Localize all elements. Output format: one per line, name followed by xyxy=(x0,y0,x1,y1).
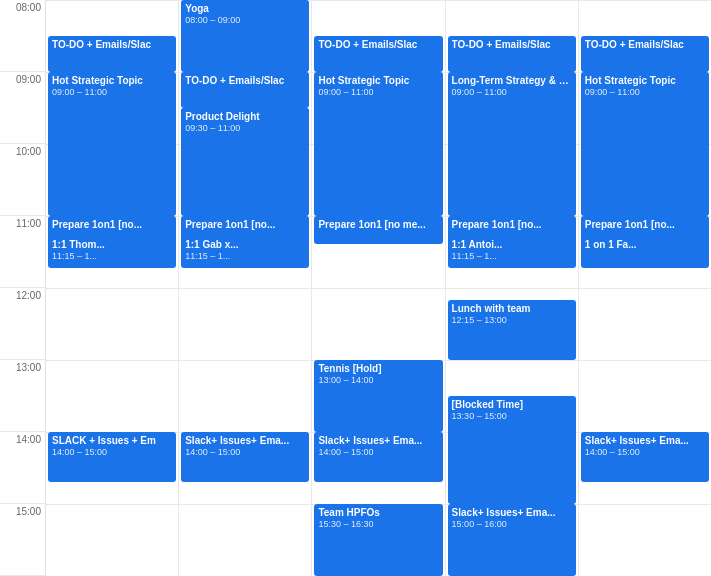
event-title: Product Delight xyxy=(185,110,305,123)
event-0-4[interactable]: SLACK + Issues + Em14:00 – 15:00 xyxy=(48,432,176,482)
event-3-6[interactable]: Slack+ Issues+ Ema...15:00 – 16:00 xyxy=(448,504,576,576)
time-11: 11:00 xyxy=(0,216,45,288)
event-title: Slack+ Issues+ Ema... xyxy=(185,434,305,447)
event-title: Prepare 1on1 [no me... xyxy=(318,218,438,231)
time-12: 12:00 xyxy=(0,288,45,360)
event-time: 09:00 – 11:00 xyxy=(52,87,172,99)
event-title: SLACK + Issues + Em xyxy=(52,434,172,447)
event-time: 13:30 – 15:00 xyxy=(452,411,572,423)
event-3-4[interactable]: Lunch with team12:15 – 13:00 xyxy=(448,300,576,360)
event-time: 09:00 – 11:00 xyxy=(585,87,705,99)
event-title: Prepare 1on1 [no... xyxy=(585,218,705,231)
event-time: 12:15 – 13:00 xyxy=(452,315,572,327)
event-4-4[interactable]: Slack+ Issues+ Ema...14:00 – 15:00 xyxy=(581,432,709,482)
calendar-grid: 08:00 09:00 10:00 11:00 12:00 13:00 14:0… xyxy=(0,0,711,576)
event-2-2[interactable]: Prepare 1on1 [no me... xyxy=(314,216,442,244)
event-1-1[interactable]: TO-DO + Emails/Slac xyxy=(181,72,309,108)
event-title: 1 on 1 Fa... xyxy=(585,238,705,251)
event-time: 14:00 – 15:00 xyxy=(185,447,305,459)
time-08: 08:00 xyxy=(0,0,45,72)
event-title: TO-DO + Emails/Slac xyxy=(185,74,305,87)
event-title: Team HPFOs xyxy=(318,506,438,519)
event-4-1[interactable]: Hot Strategic Topic09:00 – 11:00 xyxy=(581,72,709,216)
day-col-3: TO-DO + Emails/SlacLong-Term Strategy & … xyxy=(446,0,579,576)
event-1-0[interactable]: Yoga08:00 – 09:00 xyxy=(181,0,309,72)
event-2-5[interactable]: Team HPFOs15:30 – 16:30 xyxy=(314,504,442,576)
time-13: 13:00 xyxy=(0,360,45,432)
event-3-3[interactable]: 1:1 Antoi...11:15 – 1... xyxy=(448,236,576,268)
event-title: TO-DO + Emails/Slac xyxy=(452,38,572,51)
time-14: 14:00 xyxy=(0,432,45,504)
event-time: 13:00 – 14:00 xyxy=(318,375,438,387)
event-title: TO-DO + Emails/Slac xyxy=(318,38,438,51)
event-title: Prepare 1on1 [no... xyxy=(452,218,572,231)
event-time: 15:30 – 16:30 xyxy=(318,519,438,531)
event-1-6[interactable]: Slack+ Issues+ Ema...14:00 – 15:00 xyxy=(181,432,309,482)
event-title: TO-DO + Emails/Slac xyxy=(52,38,172,51)
event-time: 14:00 – 15:00 xyxy=(52,447,172,459)
event-1-5[interactable]: 1:1 Gab x...11:15 – 1... xyxy=(181,236,309,268)
event-title: 1:1 Antoi... xyxy=(452,238,572,251)
time-09: 09:00 xyxy=(0,72,45,144)
time-column: 08:00 09:00 10:00 11:00 12:00 13:00 14:0… xyxy=(0,0,46,576)
days-container: TO-DO + Emails/SlacHot Strategic Topic09… xyxy=(46,0,711,576)
time-10: 10:00 xyxy=(0,144,45,216)
day-col-2: TO-DO + Emails/SlacHot Strategic Topic09… xyxy=(312,0,445,576)
event-title: Slack+ Issues+ Ema... xyxy=(318,434,438,447)
event-title: Slack+ Issues+ Ema... xyxy=(452,506,572,519)
event-3-5[interactable]: [Blocked Time]13:30 – 15:00 xyxy=(448,396,576,504)
event-time: 11:15 – 1... xyxy=(452,251,572,263)
event-title: Long-Term Strategy & Company Org xyxy=(452,74,572,87)
event-1-3[interactable]: Product Delight09:30 – 11:00 xyxy=(181,108,309,216)
event-2-0[interactable]: TO-DO + Emails/Slac xyxy=(314,36,442,72)
event-0-0[interactable]: TO-DO + Emails/Slac xyxy=(48,36,176,72)
event-3-1[interactable]: Long-Term Strategy & Company Org09:00 – … xyxy=(448,72,576,216)
event-title: Lunch with team xyxy=(452,302,572,315)
day-col-0: TO-DO + Emails/SlacHot Strategic Topic09… xyxy=(46,0,179,576)
event-time: 14:00 – 15:00 xyxy=(585,447,705,459)
event-title: 1:1 Thom... xyxy=(52,238,172,251)
event-4-3[interactable]: 1 on 1 Fa... xyxy=(581,236,709,268)
event-2-1[interactable]: Hot Strategic Topic09:00 – 11:00 xyxy=(314,72,442,216)
event-3-0[interactable]: TO-DO + Emails/Slac xyxy=(448,36,576,72)
event-time: 11:15 – 1... xyxy=(52,251,172,263)
event-title: Hot Strategic Topic xyxy=(52,74,172,87)
event-4-0[interactable]: TO-DO + Emails/Slac xyxy=(581,36,709,72)
event-2-3[interactable]: Tennis [Hold]13:00 – 14:00 xyxy=(314,360,442,432)
event-title: TO-DO + Emails/Slac xyxy=(585,38,705,51)
event-title: Tennis [Hold] xyxy=(318,362,438,375)
event-time: 09:00 – 11:00 xyxy=(318,87,438,99)
event-0-1[interactable]: Hot Strategic Topic09:00 – 11:00 xyxy=(48,72,176,216)
event-title: Hot Strategic Topic xyxy=(585,74,705,87)
event-title: [Blocked Time] xyxy=(452,398,572,411)
event-0-3[interactable]: 1:1 Thom...11:15 – 1... xyxy=(48,236,176,268)
event-2-4[interactable]: Slack+ Issues+ Ema...14:00 – 15:00 xyxy=(314,432,442,482)
event-time: 15:00 – 16:00 xyxy=(452,519,572,531)
day-col-1: Yoga08:00 – 09:00TO-DO + Emails/SlacTO-D… xyxy=(179,0,312,576)
event-time: 09:30 – 11:00 xyxy=(185,123,305,135)
time-15: 15:00 xyxy=(0,504,45,576)
event-time: 14:00 – 15:00 xyxy=(318,447,438,459)
event-time: 08:00 – 09:00 xyxy=(185,15,305,27)
day-col-4: TO-DO + Emails/SlacHot Strategic Topic09… xyxy=(579,0,711,576)
event-title: 1:1 Gab x... xyxy=(185,238,305,251)
event-time: 11:15 – 1... xyxy=(185,251,305,263)
event-title: Slack+ Issues+ Ema... xyxy=(585,434,705,447)
event-title: Prepare 1on1 [no... xyxy=(185,218,305,231)
event-title: Yoga xyxy=(185,2,305,15)
event-time: 09:00 – 11:00 xyxy=(452,87,572,99)
event-title: Hot Strategic Topic xyxy=(318,74,438,87)
event-title: Prepare 1on1 [no... xyxy=(52,218,172,231)
